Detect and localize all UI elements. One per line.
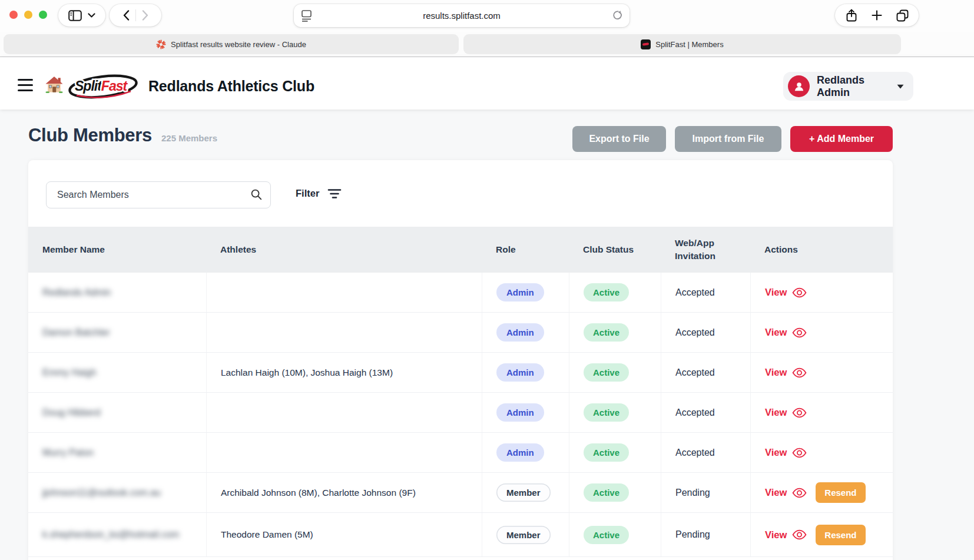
- claude-starburst-icon: [156, 39, 166, 49]
- invitation-status: Accepted: [675, 407, 715, 418]
- tab-title: SplitFast | Members: [655, 40, 723, 49]
- member-name-text: Doug Hibberd: [42, 407, 101, 418]
- view-member-link[interactable]: View: [765, 287, 807, 298]
- athletes-text: Archibald Johnson (8M), Charlotte Johnso…: [221, 488, 416, 498]
- role-badge: Member: [496, 483, 551, 502]
- eye-icon: [792, 407, 807, 418]
- role-badge: Admin: [496, 443, 544, 462]
- club-name: Redlands Athletics Club: [148, 78, 314, 95]
- eye-icon: [792, 367, 807, 378]
- caret-down-icon: [897, 84, 904, 89]
- status-badge: Active: [584, 323, 629, 342]
- address-bar[interactable]: results.splitfast.com: [294, 4, 630, 27]
- share-icon[interactable]: [846, 9, 857, 22]
- table-row: Damon Batchler Admin Active Accepted Vie…: [28, 313, 893, 353]
- athletes-text: Lachlan Haigh (10M), Joshua Haigh (13M): [221, 367, 393, 378]
- tab-overview-icon[interactable]: [896, 9, 909, 22]
- table-row: jjohnson11@outlook.com.au Archibald John…: [28, 473, 893, 513]
- table-header: Member Name Athletes Role Club Status We…: [28, 227, 893, 273]
- view-label: View: [765, 367, 787, 378]
- view-member-link[interactable]: View: [765, 367, 807, 378]
- invitation-status: Accepted: [675, 287, 715, 298]
- column-header-club-status: Club Status: [569, 227, 661, 273]
- status-badge: Active: [584, 526, 629, 544]
- eye-icon: [792, 448, 807, 458]
- role-badge: Admin: [496, 363, 544, 382]
- search-members-box: [46, 181, 271, 208]
- page-settings-icon[interactable]: [302, 10, 312, 22]
- members-card: Filter Member Name Athletes Role Club St…: [28, 160, 893, 560]
- resend-invitation-button[interactable]: Resend: [816, 525, 865, 545]
- splitfast-logo: SplitFast: [67, 72, 141, 101]
- column-header-actions: Actions: [750, 227, 893, 273]
- user-avatar: [788, 75, 810, 97]
- toolbar-actions-group: [835, 4, 919, 26]
- member-name-text: Emmy Haigh: [42, 367, 97, 378]
- minimize-window-button[interactable]: [24, 11, 32, 19]
- role-badge: Admin: [496, 323, 544, 342]
- athletes-text: Theodore Damen (5M): [221, 529, 313, 540]
- member-name-text: Murry Paton: [42, 448, 94, 458]
- close-window-button[interactable]: [9, 11, 18, 19]
- search-input[interactable]: [46, 181, 271, 208]
- page-content: Club Members 225 Members Export to File …: [0, 110, 974, 560]
- view-label: View: [765, 487, 787, 498]
- view-member-link[interactable]: View: [765, 447, 807, 458]
- resend-invitation-button[interactable]: Resend: [816, 482, 865, 503]
- view-member-link[interactable]: View: [765, 487, 807, 498]
- view-label: View: [765, 407, 787, 418]
- invitation-status: Pending: [675, 529, 710, 540]
- nav-divider: [135, 9, 136, 21]
- forward-icon[interactable]: [142, 10, 148, 21]
- splitfast-favicon: [641, 39, 651, 49]
- member-name-text: Redlands Admin: [42, 287, 111, 298]
- home-icon[interactable]: [45, 76, 63, 93]
- tab-claude[interactable]: Splitfast results website review - Claud…: [4, 34, 459, 54]
- table-body: Redlands Admin Admin Active Accepted Vie…: [28, 273, 893, 557]
- invitation-status: Accepted: [675, 367, 715, 378]
- add-member-button[interactable]: + Add Member: [790, 126, 893, 152]
- zoom-window-button[interactable]: [39, 11, 47, 19]
- export-to-file-button[interactable]: Export to File: [572, 126, 666, 152]
- tab-splitfast-members[interactable]: SplitFast | Members: [463, 34, 901, 54]
- column-header-invitation: Web/App Invitation: [661, 227, 750, 273]
- refresh-icon[interactable]: [612, 10, 622, 21]
- member-name-text: k.shepherdson_ks@hotmail.com: [42, 529, 179, 540]
- invitation-status: Accepted: [675, 448, 715, 458]
- table-row: k.shepherdson_ks@hotmail.com Theodore Da…: [28, 513, 893, 557]
- member-name-text: Damon Batchler: [42, 327, 110, 338]
- status-badge: Active: [584, 283, 629, 301]
- browser-toolbar: results.splitfast.com: [0, 0, 974, 32]
- filter-control[interactable]: Filter: [296, 188, 342, 199]
- sidebar-toggle-group[interactable]: [58, 4, 105, 26]
- menu-icon[interactable]: [18, 79, 33, 91]
- table-row: Emmy Haigh Lachlan Haigh (10M), Joshua H…: [28, 353, 893, 393]
- tab-bar: Splitfast results website review - Claud…: [0, 32, 974, 57]
- view-member-link[interactable]: View: [765, 327, 807, 338]
- back-icon[interactable]: [123, 10, 130, 21]
- import-from-file-button[interactable]: Import from File: [675, 126, 781, 152]
- view-label: View: [765, 447, 787, 458]
- status-badge: Active: [584, 363, 629, 382]
- filter-icon: [327, 188, 342, 199]
- status-badge: Active: [584, 443, 629, 462]
- user-menu[interactable]: Redlands Admin: [783, 72, 913, 101]
- table-row: Murry Paton Admin Active Accepted View: [28, 433, 893, 473]
- new-tab-icon[interactable]: [872, 10, 882, 21]
- view-member-link[interactable]: View: [765, 529, 807, 541]
- eye-icon: [792, 529, 807, 540]
- view-label: View: [765, 529, 787, 541]
- eye-icon: [792, 327, 807, 338]
- url-text: results.splitfast.com: [294, 11, 630, 21]
- column-header-athletes: Athletes: [206, 227, 482, 273]
- eye-icon: [792, 488, 807, 498]
- table-row: Redlands Admin Admin Active Accepted Vie…: [28, 273, 893, 313]
- sidebar-icon: [68, 10, 82, 21]
- column-header-member-name: Member Name: [28, 227, 206, 273]
- status-badge: Active: [584, 403, 629, 422]
- view-member-link[interactable]: View: [765, 407, 807, 418]
- person-icon: [793, 80, 806, 93]
- svg-text:SplitFast: SplitFast: [75, 78, 128, 94]
- view-label: View: [765, 327, 787, 338]
- chevron-down-icon: [88, 13, 95, 18]
